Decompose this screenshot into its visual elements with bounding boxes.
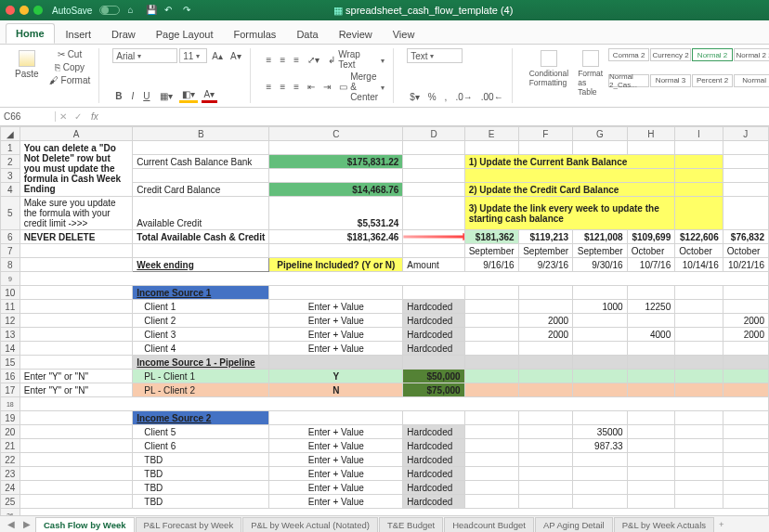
cell[interactable] — [675, 481, 723, 495]
worksheet-area[interactable]: ◢ A B C D E F G H I J 1 You can delete a… — [0, 126, 769, 515]
cell[interactable]: 2000 — [723, 328, 768, 342]
cell[interactable] — [675, 141, 723, 155]
cell[interactable] — [675, 300, 723, 314]
cell[interactable]: Enter + Value — [269, 467, 403, 481]
align-top-button[interactable]: ≡ — [264, 48, 275, 71]
row-header[interactable]: 21 — [1, 439, 20, 453]
cell-arrow[interactable] — [403, 230, 464, 244]
cell[interactable]: Hardcoded — [403, 481, 464, 495]
cell[interactable] — [627, 314, 675, 328]
conditional-formatting-button[interactable]: Conditional Formatting — [526, 48, 573, 98]
sheet-tab[interactable]: P&L by Week Actuals — [614, 517, 714, 532]
row-header[interactable]: 10 — [1, 286, 20, 300]
cell[interactable] — [464, 342, 518, 356]
wrap-text-button[interactable]: ↲Wrap Text — [325, 48, 387, 71]
cell[interactable] — [464, 356, 518, 370]
minimize-window-button[interactable] — [20, 6, 29, 15]
cell[interactable] — [723, 197, 768, 230]
sheet-nav-first[interactable]: ◀ — [4, 519, 19, 529]
cell[interactable]: $76,832 — [723, 230, 768, 244]
autosave-toggle[interactable] — [99, 6, 120, 15]
cell[interactable] — [573, 342, 628, 356]
cell[interactable] — [403, 183, 464, 197]
cell[interactable] — [723, 342, 768, 356]
cell[interactable]: Client 1 — [133, 300, 269, 314]
cell[interactable] — [627, 481, 675, 495]
row-header[interactable]: 19 — [1, 411, 20, 425]
cell[interactable] — [403, 141, 464, 155]
cell[interactable]: 9/30/16 — [573, 258, 628, 272]
cell[interactable] — [20, 453, 133, 467]
cell[interactable]: $121,008 — [573, 230, 628, 244]
merge-center-button[interactable]: ▭Merge & Center — [336, 71, 387, 103]
row-header[interactable]: 6 — [1, 230, 20, 244]
enter-formula-icon[interactable]: ✓ — [71, 111, 85, 122]
percent-format-button[interactable]: % — [425, 91, 439, 103]
sheet-tab[interactable]: P&L by Week Actual (Notated) — [242, 517, 378, 532]
col-header-C[interactable]: C — [269, 127, 403, 141]
cell[interactable]: September — [573, 244, 628, 258]
cell[interactable] — [464, 328, 518, 342]
cell[interactable]: Income Source 2 — [133, 411, 269, 425]
cell[interactable] — [133, 141, 269, 155]
cell[interactable] — [403, 197, 464, 230]
row-header[interactable]: 7 — [1, 244, 20, 258]
cell[interactable] — [723, 286, 768, 300]
cell[interactable] — [20, 425, 133, 439]
increase-indent-button[interactable]: ⇥ — [320, 71, 333, 103]
cell[interactable] — [464, 411, 518, 425]
cell[interactable]: 35000 — [573, 425, 628, 439]
col-header-H[interactable]: H — [627, 127, 675, 141]
cell[interactable] — [464, 370, 518, 383]
cell[interactable] — [573, 141, 628, 155]
cell[interactable]: Total Available Cash & Credit — [133, 230, 269, 244]
col-header-F[interactable]: F — [518, 127, 573, 141]
border-button[interactable]: ▦▾ — [157, 88, 176, 103]
cell[interactable] — [20, 481, 133, 495]
accounting-format-button[interactable]: $▾ — [407, 91, 423, 103]
cell[interactable] — [675, 356, 723, 370]
tab-formulas[interactable]: Formulas — [225, 25, 286, 44]
cell[interactable]: Enter + Value — [269, 328, 403, 342]
save-icon[interactable]: 💾 — [146, 5, 157, 16]
cell[interactable] — [464, 314, 518, 328]
cell[interactable] — [573, 314, 628, 328]
select-all-corner[interactable]: ◢ — [1, 127, 20, 141]
cell[interactable] — [464, 425, 518, 439]
cell[interactable] — [627, 425, 675, 439]
row-header[interactable]: 20 — [1, 425, 20, 439]
cell[interactable] — [403, 155, 464, 169]
align-right-button[interactable]: ≡ — [291, 71, 302, 103]
cell[interactable] — [627, 467, 675, 481]
cell[interactable]: Week ending — [133, 258, 269, 272]
cell[interactable] — [464, 141, 518, 155]
cell[interactable]: 2000 — [723, 314, 768, 328]
cell[interactable]: Hardcoded — [403, 439, 464, 453]
cell[interactable] — [20, 509, 768, 516]
cell[interactable] — [464, 481, 518, 495]
cell[interactable] — [518, 286, 573, 300]
row-header[interactable]: 12 — [1, 314, 20, 328]
cell[interactable] — [518, 411, 573, 425]
cell[interactable]: Enter + Value — [269, 481, 403, 495]
row-header[interactable]: 18 — [1, 397, 20, 411]
cell[interactable]: TBD — [133, 481, 269, 495]
row-header[interactable]: 15 — [1, 356, 20, 370]
cell[interactable]: Credit Card Balance — [133, 183, 269, 197]
cell[interactable] — [675, 183, 723, 197]
cell[interactable]: Hardcoded — [403, 314, 464, 328]
cell[interactable] — [20, 397, 768, 411]
align-middle-button[interactable]: ≡ — [277, 48, 288, 71]
cell[interactable] — [627, 495, 675, 509]
cell[interactable]: Amount — [403, 258, 464, 272]
cell[interactable] — [20, 300, 133, 314]
cell[interactable] — [723, 383, 768, 397]
cell[interactable] — [518, 342, 573, 356]
cell[interactable] — [723, 425, 768, 439]
cell[interactable] — [20, 439, 133, 453]
cell[interactable] — [675, 286, 723, 300]
cell[interactable]: TBD — [133, 453, 269, 467]
decrease-indent-button[interactable]: ⇤ — [305, 71, 318, 103]
cell[interactable]: Current Cash Balance Bank — [133, 155, 269, 169]
cell[interactable] — [403, 286, 464, 300]
